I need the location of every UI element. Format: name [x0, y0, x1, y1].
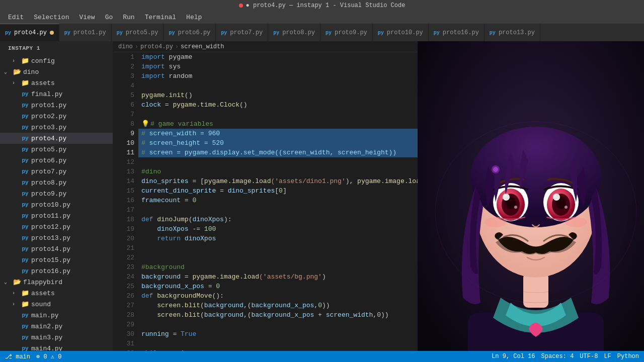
sidebar-item-label: proto16.py [31, 267, 70, 275]
token: = [216, 186, 227, 196]
indentation[interactable]: Spaces: 4 [541, 353, 574, 360]
python-file-icon: py [21, 178, 29, 187]
sidebar-item-main4-py[interactable]: pymain4.py [0, 343, 113, 351]
sidebar-item-assets[interactable]: ›📁assets [0, 288, 113, 299]
token: + [314, 310, 326, 320]
tab-proto4-py[interactable]: pyproto4.py [0, 24, 59, 41]
sidebar-item-config[interactable]: ›📁config [0, 55, 113, 66]
line-number: 21 [117, 243, 134, 253]
tab-proto10-py[interactable]: pyproto10.py [373, 24, 429, 41]
line-number: 27 [117, 301, 134, 310]
sidebar-item-proto11-py[interactable]: pyproto11.py [0, 210, 113, 221]
line-number: 10 [117, 138, 134, 148]
cursor-position[interactable]: Ln 9, Col 16 [492, 353, 535, 360]
sidebar-item-proto6-py[interactable]: pyproto6.py [0, 155, 113, 166]
breadcrumb-separator: › [135, 43, 138, 50]
token: return [157, 234, 181, 243]
overlay-image [418, 41, 644, 351]
sidebar-item-proto2-py[interactable]: pyproto2.py [0, 111, 113, 122]
breadcrumb-part[interactable]: screen_width [181, 43, 224, 50]
token: screen.blit [157, 310, 200, 320]
file-icon: py [117, 29, 123, 36]
encoding[interactable]: UTF-8 [580, 353, 598, 360]
sidebar-item-proto5-py[interactable]: pyproto5.py [0, 144, 113, 155]
sidebar-item-proto13-py[interactable]: pyproto13.py [0, 232, 113, 243]
token: running [165, 348, 193, 351]
token [141, 234, 157, 243]
chevron-icon: › [12, 302, 19, 307]
sidebar-item-dino[interactable]: ⌄📂dino [0, 66, 113, 77]
sidebar-item-label: proto10.py [31, 201, 70, 209]
token: = [204, 282, 216, 291]
tab-proto16-py[interactable]: pyproto16.py [429, 24, 485, 41]
sidebar-item-label: proto4.py [31, 135, 66, 142]
token: 💡 [141, 119, 149, 129]
sidebar-item-label: proto9.py [31, 190, 66, 198]
sidebar-item-label: proto14.py [31, 245, 70, 253]
token: 100 [204, 224, 216, 234]
sidebar-item-final-py[interactable]: pyfinal.py [0, 88, 113, 100]
tab-proto1-py[interactable]: pyproto1.py [59, 24, 112, 41]
sidebar-item-proto9-py[interactable]: pyproto9.py [0, 188, 113, 199]
sidebar-item-main2-py[interactable]: pymain2.py [0, 321, 113, 332]
sidebar-item-proto8-py[interactable]: pyproto8.py [0, 177, 113, 188]
sidebar-item-proto12-py[interactable]: pyproto12.py [0, 221, 113, 232]
sidebar-title[interactable]: INSTAPY 1 [0, 41, 113, 55]
sidebar-item-proto1-py[interactable]: pyproto1.py [0, 100, 113, 111]
sidebar-item-sound[interactable]: ›📁sound [0, 299, 113, 310]
sidebar-item-proto16-py[interactable]: pyproto16.py [0, 265, 113, 277]
sidebar-item-label: proto3.py [31, 124, 66, 131]
sidebar-item-proto15-py[interactable]: pyproto15.py [0, 254, 113, 265]
sidebar-item-proto14-py[interactable]: pyproto14.py [0, 243, 113, 254]
sidebar-item-main3-py[interactable]: pymain3.py [0, 332, 113, 343]
breadcrumb-part[interactable]: dino [118, 43, 133, 50]
sidebar-item-flappybird[interactable]: ⌄📂flappybird [0, 277, 113, 288]
sidebar-item-proto7-py[interactable]: pyproto7.py [0, 166, 113, 177]
menu-item-selection[interactable]: Selection [30, 13, 73, 22]
tab-proto6-py[interactable]: pyproto6.py [164, 24, 216, 41]
language[interactable]: Python [617, 353, 639, 360]
token: # [141, 138, 149, 148]
folder-icon: 📁 [21, 289, 29, 297]
token [153, 215, 157, 224]
token: ,( [244, 301, 252, 310]
line-number: 17 [117, 205, 134, 215]
menu-item-go[interactable]: Go [101, 13, 117, 22]
sidebar-item-proto10-py[interactable]: pyproto10.py [0, 199, 113, 210]
token: screen_width = 960 [149, 129, 220, 138]
sidebar-item-label: main2.py [31, 323, 62, 330]
menu-item-help[interactable]: Help [182, 13, 206, 22]
sidebar-item-main-py[interactable]: pymain.py [0, 310, 113, 321]
tab-proto5-py[interactable]: pyproto5.py [112, 24, 164, 41]
line-number: 7 [117, 110, 134, 119]
line-numbers: 1234567891011121314151617181920212223242… [113, 52, 138, 351]
python-file-icon: py [21, 134, 29, 142]
sidebar-item-label: assets [31, 79, 55, 87]
sidebar-item-proto4-py[interactable]: pyproto4.py [0, 133, 113, 144]
sidebar-item-proto3-py[interactable]: pyproto3.py [0, 122, 113, 133]
breadcrumb-part[interactable]: proto4.py [140, 43, 173, 50]
tab-proto8-py[interactable]: pyproto8.py [268, 24, 320, 41]
git-branch[interactable]: ⎇ main [5, 353, 30, 360]
tab-proto7-py[interactable]: pyproto7.py [216, 24, 268, 41]
menu-item-terminal[interactable]: Terminal [141, 13, 180, 22]
tab-proto13-py[interactable]: pyproto13.py [485, 24, 540, 41]
python-file-icon: py [21, 256, 29, 264]
sidebar-item-assets[interactable]: ›📁assets [0, 77, 113, 88]
token: background_x_pos [141, 282, 204, 291]
token: 0 [318, 301, 322, 310]
menu-item-view[interactable]: View [75, 13, 99, 22]
error-count[interactable]: ⊗ 0 ⚠ 0 [36, 353, 61, 360]
menu-item-run[interactable]: Run [119, 13, 138, 22]
eol[interactable]: LF [604, 353, 611, 360]
line-number: 22 [117, 253, 134, 262]
token: pygame.time.Clock [173, 100, 239, 110]
line-number: 12 [117, 157, 134, 167]
tab-proto9-py[interactable]: pyproto9.py [320, 24, 373, 41]
line-number: 15 [117, 186, 134, 196]
svg-point-18 [485, 217, 507, 227]
anime-character [418, 41, 644, 351]
token: pygame.image.load [204, 176, 271, 186]
line-number: 3 [117, 71, 134, 81]
menu-item-edit[interactable]: Edit [4, 13, 28, 22]
